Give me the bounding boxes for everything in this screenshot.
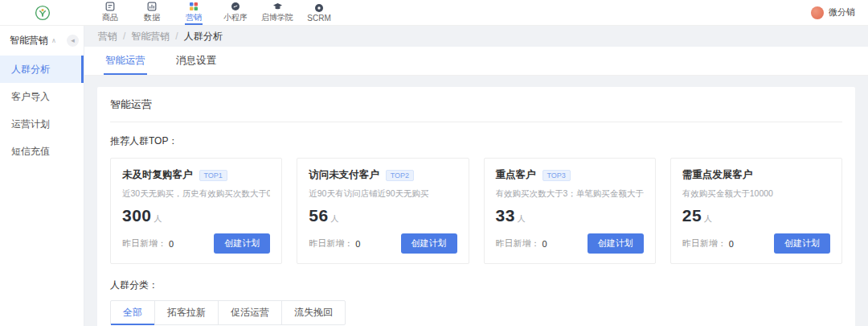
- stat-card-title: 未及时复购客户: [122, 168, 193, 182]
- user-menu[interactable]: 微分销: [811, 6, 855, 19]
- sidebar-item-audience-analysis[interactable]: 人群分析: [0, 56, 84, 83]
- breadcrumb-smart-marketing[interactable]: 智能营销: [131, 30, 170, 43]
- user-avatar: [811, 6, 824, 19]
- nav-label: 小程序: [223, 12, 248, 23]
- stat-card-title: 需重点发展客户: [682, 168, 753, 182]
- stat-count: 25: [682, 206, 702, 225]
- sidebar: 智能营销 ∧ ◂ 人群分析 客户导入 运营计划 短信充值: [0, 26, 84, 326]
- stat-card-title: 访问未支付客户: [309, 168, 379, 182]
- nav-label: 营销: [186, 12, 202, 23]
- section-title: 智能运营: [110, 97, 842, 122]
- yesterday-value: 0: [355, 239, 360, 249]
- yesterday-label: 昨日新增：: [309, 237, 353, 250]
- data-chart-icon: [147, 2, 157, 11]
- graduation-cap-icon: [272, 2, 283, 11]
- content-panel: 智能运营 推荐人群TOP： 未及时复购客户 TOP1 近30天无购买，历史有效购…: [97, 87, 855, 326]
- breadcrumb-separator: /: [175, 31, 178, 42]
- collapse-arrow-icon: ◂: [71, 36, 75, 44]
- stat-unit: 人: [331, 213, 339, 225]
- yesterday-label: 昨日新增：: [496, 237, 540, 250]
- nav-label: 商品: [102, 12, 118, 23]
- sidebar-item-label: 客户导入: [11, 91, 50, 102]
- top-bar: 商品 数据 营销 小程序 启博学院: [0, 0, 868, 26]
- sidebar-group-label: 智能营销: [10, 34, 48, 47]
- sidebar-item-label: 运营计划: [11, 118, 50, 130]
- app-logo: [0, 5, 84, 21]
- top1-badge: TOP1: [199, 170, 227, 181]
- classify-tab-activation[interactable]: 促活运营: [219, 301, 282, 324]
- page-tabs: 智能运营 消息设置: [84, 47, 868, 76]
- chevron-up-icon: ∧: [51, 37, 67, 44]
- stat-card-growth-customers: 需重点发展客户 有效购买金额大于10000 25 人 昨日新增：0 创建计划: [670, 158, 842, 264]
- sidebar-item-label: 短信充值: [11, 146, 50, 157]
- classify-tabs: 全部 拓客拉新 促活运营 流失挽回: [110, 300, 346, 325]
- sidebar-item-sms-recharge[interactable]: 短信充值: [0, 138, 84, 165]
- stat-count: 300: [122, 206, 152, 225]
- top2-badge: TOP2: [386, 170, 414, 181]
- classify-tab-acquisition[interactable]: 拓客拉新: [155, 301, 219, 324]
- breadcrumb: 营销 / 智能营销 / 人群分析: [84, 26, 868, 47]
- sidebar-item-customer-import[interactable]: 客户导入: [0, 83, 84, 110]
- top3-badge: TOP3: [542, 170, 571, 181]
- tab-message-settings[interactable]: 消息设置: [174, 47, 218, 75]
- breadcrumb-separator: /: [123, 31, 125, 42]
- yesterday-label: 昨日新增：: [122, 237, 166, 250]
- stat-unit: 人: [518, 213, 526, 225]
- sidebar-collapse-button[interactable]: ◂: [67, 35, 79, 47]
- yesterday-value: 0: [542, 239, 547, 249]
- breadcrumb-current: 人群分析: [184, 30, 223, 43]
- sidebar-item-label: 人群分析: [11, 64, 50, 75]
- nav-item-scrm[interactable]: SCRM: [298, 0, 340, 25]
- breadcrumb-marketing[interactable]: 营销: [98, 30, 117, 43]
- stat-card-title: 重点客户: [496, 168, 536, 182]
- nav-item-miniprogram[interactable]: 小程序: [215, 0, 256, 25]
- main-area: 营销 / 智能营销 / 人群分析 智能运营 消息设置 智能运营 推荐人群TOP：…: [84, 26, 868, 326]
- user-name: 微分销: [829, 6, 855, 19]
- create-plan-button[interactable]: 创建计划: [774, 233, 830, 254]
- nav-label: SCRM: [307, 14, 330, 23]
- yesterday-value: 0: [729, 239, 734, 249]
- marketing-grid-icon: [189, 2, 199, 11]
- stat-card-row: 未及时复购客户 TOP1 近30天无购买，历史有效购买次数大于0 300 人 昨…: [110, 158, 842, 264]
- sidebar-group-smart-marketing[interactable]: 智能营销 ∧ ◂: [0, 26, 84, 56]
- stat-count: 33: [496, 206, 515, 225]
- nav-item-data[interactable]: 数据: [131, 0, 173, 25]
- stat-card-desc: 近90天有访问店铺近90天无购买: [309, 188, 457, 200]
- stat-card-desc: 近30天无购买，历史有效购买次数大于0: [122, 188, 270, 200]
- nav-item-academy[interactable]: 启博学院: [256, 0, 298, 25]
- stat-count: 56: [309, 206, 328, 225]
- stat-card-key-customers: 重点客户 TOP3 有效购买次数大于3；单笔购买金额大于100 33 人 昨日新…: [484, 158, 656, 264]
- tab-smart-operation[interactable]: 智能运营: [104, 47, 147, 75]
- logo-plant-icon: [35, 5, 51, 21]
- stat-unit: 人: [154, 213, 162, 225]
- scrm-icon: [314, 3, 324, 13]
- classify-label: 人群分类：: [110, 279, 842, 292]
- miniprogram-icon: [231, 2, 240, 11]
- nav-label: 数据: [144, 12, 160, 23]
- create-plan-button[interactable]: 创建计划: [401, 233, 457, 254]
- stat-card-repurchase: 未及时复购客户 TOP1 近30天无购买，历史有效购买次数大于0 300 人 昨…: [110, 158, 282, 264]
- recommend-label: 推荐人群TOP：: [110, 134, 842, 148]
- stat-card-desc: 有效购买金额大于10000: [682, 188, 830, 200]
- yesterday-value: 0: [169, 239, 174, 249]
- products-icon: [105, 2, 115, 11]
- nav-label: 启博学院: [261, 12, 293, 23]
- sidebar-item-operation-plan[interactable]: 运营计划: [0, 110, 84, 138]
- classify-tab-all[interactable]: 全部: [111, 301, 155, 324]
- stat-unit: 人: [704, 213, 712, 225]
- stat-card-desc: 有效购买次数大于3；单笔购买金额大于100: [496, 188, 644, 200]
- nav-item-marketing[interactable]: 营销: [173, 0, 215, 25]
- classify-tab-winback[interactable]: 流失挽回: [282, 301, 345, 324]
- nav-item-products[interactable]: 商品: [89, 0, 131, 25]
- stat-card-unpaid-visitors: 访问未支付客户 TOP2 近90天有访问店铺近90天无购买 56 人 昨日新增：…: [297, 158, 469, 264]
- yesterday-label: 昨日新增：: [682, 237, 727, 250]
- top-nav: 商品 数据 营销 小程序 启博学院: [89, 0, 340, 25]
- create-plan-button[interactable]: 创建计划: [588, 233, 644, 254]
- create-plan-button[interactable]: 创建计划: [214, 233, 270, 254]
